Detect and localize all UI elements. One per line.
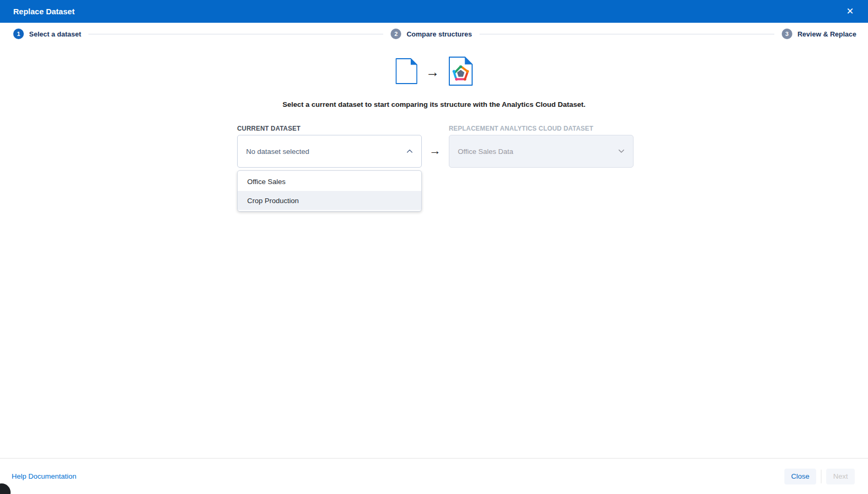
modal-footer: Help Documentation Close Next [0, 458, 868, 494]
current-dataset-select[interactable]: No dataset selected [237, 135, 422, 168]
dropdown-option-office-sales[interactable]: Office Sales [238, 172, 421, 191]
footer-actions: Close Next [784, 469, 855, 484]
dropdown-option-crop-production[interactable]: Crop Production [238, 191, 421, 210]
next-button-disabled: Next [826, 469, 855, 484]
replacement-dataset-value: Office Sales Data [458, 148, 513, 155]
dataset-picker-area: CURRENT DATASET REPLACEMENT ANALYTICS CL… [0, 0, 868, 494]
replacement-dataset-select: Office Sales Data [449, 135, 634, 168]
close-button[interactable]: Close [784, 469, 817, 484]
current-dataset-label: CURRENT DATASET [237, 125, 301, 132]
arrow-right-icon: → [427, 144, 444, 158]
replacement-dataset-label: REPLACEMENT ANALYTICS CLOUD DATASET [449, 125, 593, 132]
chevron-down-icon [618, 149, 625, 153]
current-dataset-dropdown-menu: Office Sales Crop Production [237, 170, 422, 212]
current-dataset-value: No dataset selected [246, 148, 309, 155]
button-divider [821, 470, 821, 483]
chevron-up-icon [406, 149, 413, 153]
help-documentation-link[interactable]: Help Documentation [12, 472, 76, 480]
